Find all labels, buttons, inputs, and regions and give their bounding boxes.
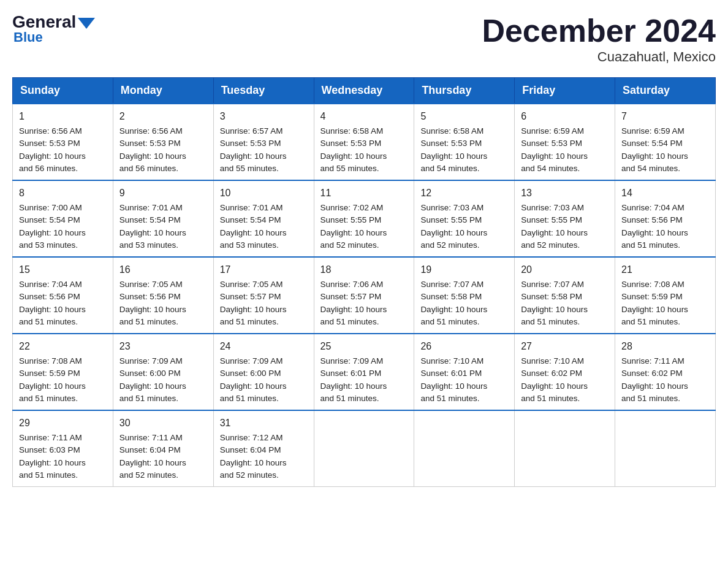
day-number: 23 <box>119 339 207 354</box>
calendar-day-cell: 18Sunrise: 7:06 AMSunset: 5:57 PMDayligh… <box>314 257 414 334</box>
day-number: 7 <box>621 109 709 124</box>
calendar-day-cell: 21Sunrise: 7:08 AMSunset: 5:59 PMDayligh… <box>615 257 716 334</box>
day-number: 30 <box>119 416 207 431</box>
day-info: Sunrise: 7:00 AMSunset: 5:54 PMDaylight:… <box>19 203 86 250</box>
calendar-day-cell: 2Sunrise: 6:56 AMSunset: 5:53 PMDaylight… <box>113 104 213 180</box>
day-info: Sunrise: 7:12 AMSunset: 6:04 PMDaylight:… <box>220 433 287 480</box>
day-number: 8 <box>19 186 107 201</box>
calendar-day-cell: 22Sunrise: 7:08 AMSunset: 5:59 PMDayligh… <box>13 334 113 410</box>
day-number: 22 <box>19 339 107 354</box>
day-info: Sunrise: 7:04 AMSunset: 5:56 PMDaylight:… <box>19 280 86 326</box>
day-number: 12 <box>420 186 508 201</box>
calendar-day-cell <box>314 410 414 487</box>
calendar-day-cell: 10Sunrise: 7:01 AMSunset: 5:54 PMDayligh… <box>213 180 314 257</box>
calendar-day-cell: 5Sunrise: 6:58 AMSunset: 5:53 PMDaylight… <box>414 104 515 180</box>
header-sunday: Sunday <box>13 78 113 104</box>
calendar-header: Sunday Monday Tuesday Wednesday Thursday… <box>13 78 716 104</box>
day-number: 3 <box>220 109 308 124</box>
day-info: Sunrise: 7:07 AMSunset: 5:58 PMDaylight:… <box>521 280 588 326</box>
calendar-day-cell: 1Sunrise: 6:56 AMSunset: 5:53 PMDaylight… <box>13 104 113 180</box>
calendar-day-cell <box>515 410 615 487</box>
day-info: Sunrise: 7:10 AMSunset: 6:01 PMDaylight:… <box>420 356 487 403</box>
calendar-day-cell: 24Sunrise: 7:09 AMSunset: 6:00 PMDayligh… <box>213 334 314 410</box>
calendar-body: 1Sunrise: 6:56 AMSunset: 5:53 PMDaylight… <box>13 104 716 487</box>
calendar-day-cell: 17Sunrise: 7:05 AMSunset: 5:57 PMDayligh… <box>213 257 314 334</box>
logo-blue: Blue <box>12 29 43 45</box>
calendar-week-row: 8Sunrise: 7:00 AMSunset: 5:54 PMDaylight… <box>13 180 716 257</box>
calendar-week-row: 22Sunrise: 7:08 AMSunset: 5:59 PMDayligh… <box>13 334 716 410</box>
calendar-week-row: 1Sunrise: 6:56 AMSunset: 5:53 PMDaylight… <box>13 104 716 180</box>
header-tuesday: Tuesday <box>213 78 314 104</box>
day-info: Sunrise: 7:07 AMSunset: 5:58 PMDaylight:… <box>420 280 487 326</box>
day-number: 6 <box>521 109 609 124</box>
location: Cuazahuatl, Mexico <box>482 49 716 65</box>
calendar-day-cell: 26Sunrise: 7:10 AMSunset: 6:01 PMDayligh… <box>414 334 515 410</box>
day-number: 4 <box>320 109 408 124</box>
day-info: Sunrise: 6:59 AMSunset: 5:53 PMDaylight:… <box>521 126 588 173</box>
day-info: Sunrise: 7:03 AMSunset: 5:55 PMDaylight:… <box>420 203 487 250</box>
header-wednesday: Wednesday <box>314 78 414 104</box>
day-number: 19 <box>420 262 508 277</box>
calendar-day-cell: 4Sunrise: 6:58 AMSunset: 5:53 PMDaylight… <box>314 104 414 180</box>
calendar-day-cell: 29Sunrise: 7:11 AMSunset: 6:03 PMDayligh… <box>13 410 113 487</box>
day-number: 11 <box>320 186 408 201</box>
day-number: 28 <box>621 339 709 354</box>
calendar-day-cell: 9Sunrise: 7:01 AMSunset: 5:54 PMDaylight… <box>113 180 213 257</box>
day-number: 16 <box>119 262 207 277</box>
calendar-day-cell: 31Sunrise: 7:12 AMSunset: 6:04 PMDayligh… <box>213 410 314 487</box>
day-number: 17 <box>220 262 308 277</box>
day-number: 21 <box>621 262 709 277</box>
calendar-day-cell: 14Sunrise: 7:04 AMSunset: 5:56 PMDayligh… <box>615 180 716 257</box>
day-info: Sunrise: 7:02 AMSunset: 5:55 PMDaylight:… <box>320 203 387 250</box>
day-number: 10 <box>220 186 308 201</box>
day-info: Sunrise: 7:11 AMSunset: 6:04 PMDaylight:… <box>119 433 186 480</box>
calendar-day-cell: 13Sunrise: 7:03 AMSunset: 5:55 PMDayligh… <box>515 180 615 257</box>
page-header: General Blue December 2024 Cuazahuatl, M… <box>12 12 716 65</box>
header-saturday: Saturday <box>615 78 716 104</box>
day-info: Sunrise: 7:03 AMSunset: 5:55 PMDaylight:… <box>521 203 588 250</box>
day-info: Sunrise: 7:08 AMSunset: 5:59 PMDaylight:… <box>621 280 688 326</box>
calendar-day-cell: 12Sunrise: 7:03 AMSunset: 5:55 PMDayligh… <box>414 180 515 257</box>
title-section: December 2024 Cuazahuatl, Mexico <box>482 12 716 65</box>
logo-arrow-icon <box>78 18 95 29</box>
day-info: Sunrise: 6:56 AMSunset: 5:53 PMDaylight:… <box>19 126 86 173</box>
day-number: 2 <box>119 109 207 124</box>
day-number: 18 <box>320 262 408 277</box>
calendar-day-cell: 23Sunrise: 7:09 AMSunset: 6:00 PMDayligh… <box>113 334 213 410</box>
calendar-day-cell: 15Sunrise: 7:04 AMSunset: 5:56 PMDayligh… <box>13 257 113 334</box>
day-info: Sunrise: 6:59 AMSunset: 5:54 PMDaylight:… <box>621 126 688 173</box>
day-info: Sunrise: 7:01 AMSunset: 5:54 PMDaylight:… <box>119 203 186 250</box>
day-info: Sunrise: 7:08 AMSunset: 5:59 PMDaylight:… <box>19 356 86 403</box>
day-info: Sunrise: 7:09 AMSunset: 6:01 PMDaylight:… <box>320 356 387 403</box>
day-info: Sunrise: 7:11 AMSunset: 6:03 PMDaylight:… <box>19 433 86 480</box>
day-info: Sunrise: 6:57 AMSunset: 5:53 PMDaylight:… <box>220 126 287 173</box>
month-title: December 2024 <box>482 12 716 49</box>
day-info: Sunrise: 7:04 AMSunset: 5:56 PMDaylight:… <box>621 203 688 250</box>
day-number: 20 <box>521 262 609 277</box>
day-info: Sunrise: 7:10 AMSunset: 6:02 PMDaylight:… <box>521 356 588 403</box>
day-info: Sunrise: 6:58 AMSunset: 5:53 PMDaylight:… <box>320 126 387 173</box>
day-info: Sunrise: 7:05 AMSunset: 5:56 PMDaylight:… <box>119 280 186 326</box>
day-info: Sunrise: 7:11 AMSunset: 6:02 PMDaylight:… <box>621 356 688 403</box>
day-info: Sunrise: 7:06 AMSunset: 5:57 PMDaylight:… <box>320 280 387 326</box>
calendar-week-row: 29Sunrise: 7:11 AMSunset: 6:03 PMDayligh… <box>13 410 716 487</box>
calendar-day-cell <box>615 410 716 487</box>
calendar-day-cell: 3Sunrise: 6:57 AMSunset: 5:53 PMDaylight… <box>213 104 314 180</box>
day-number: 5 <box>420 109 508 124</box>
calendar-day-cell: 19Sunrise: 7:07 AMSunset: 5:58 PMDayligh… <box>414 257 515 334</box>
day-number: 31 <box>220 416 308 431</box>
day-number: 26 <box>420 339 508 354</box>
day-number: 25 <box>320 339 408 354</box>
header-thursday: Thursday <box>414 78 515 104</box>
day-number: 9 <box>119 186 207 201</box>
calendar-week-row: 15Sunrise: 7:04 AMSunset: 5:56 PMDayligh… <box>13 257 716 334</box>
day-number: 15 <box>19 262 107 277</box>
day-number: 24 <box>220 339 308 354</box>
calendar-day-cell: 7Sunrise: 6:59 AMSunset: 5:54 PMDaylight… <box>615 104 716 180</box>
calendar-day-cell: 8Sunrise: 7:00 AMSunset: 5:54 PMDaylight… <box>13 180 113 257</box>
header-monday: Monday <box>113 78 213 104</box>
calendar-day-cell: 20Sunrise: 7:07 AMSunset: 5:58 PMDayligh… <box>515 257 615 334</box>
day-info: Sunrise: 7:05 AMSunset: 5:57 PMDaylight:… <box>220 280 287 326</box>
calendar-day-cell: 28Sunrise: 7:11 AMSunset: 6:02 PMDayligh… <box>615 334 716 410</box>
day-info: Sunrise: 6:56 AMSunset: 5:53 PMDaylight:… <box>119 126 186 173</box>
